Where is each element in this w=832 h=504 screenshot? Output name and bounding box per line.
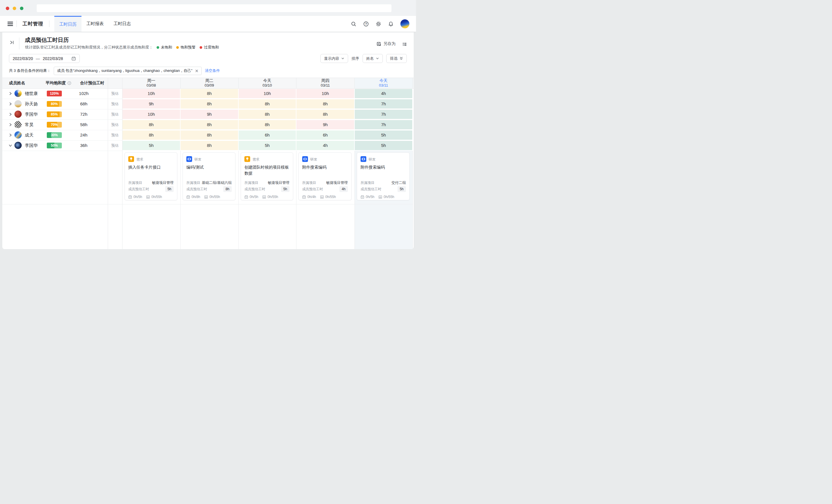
day-hours-cell[interactable]: 9h	[123, 99, 180, 109]
date-range-picker[interactable]: 2022/03/20 — 2022/03/28	[9, 54, 80, 63]
chevron-down-icon[interactable]	[9, 144, 12, 147]
avatar	[15, 131, 22, 139]
project-value: 敏捷项目管理	[268, 180, 289, 185]
day-hours-cell[interactable]: 10h	[239, 89, 296, 98]
screen: 工时管理 工时日历工时报表工时日志 ? 成员预估工时日历 统计团队登记工时及成员…	[0, 0, 416, 252]
day-hours-cell[interactable]: 9h	[181, 110, 238, 119]
total-progress: 0h/55h	[379, 195, 394, 199]
page-title: 成员预估工时日历	[25, 36, 69, 44]
member-row[interactable]: 锺世康120%102h预估	[2, 88, 122, 99]
grid-line	[2, 204, 413, 204]
question-circle-icon[interactable]: ?	[67, 81, 71, 85]
member-row[interactable]: 李国华85%72h预估	[2, 109, 122, 119]
settings-gear-icon[interactable]	[375, 21, 381, 27]
day-hours-cell[interactable]: 7h	[355, 120, 412, 129]
task-project-row: 所属项目敏捷项目管理	[244, 180, 289, 185]
grid-line	[296, 151, 296, 249]
project-label: 所属项目	[128, 180, 142, 185]
chevron-right-icon[interactable]	[9, 133, 12, 137]
day-hours-cell[interactable]: 5h	[355, 131, 412, 140]
task-card[interactable]: 研发附件搜索编码所属项目敏捷项目管理成员预估工时4h0h/4h0h/55h	[298, 152, 352, 200]
collapse-panel-icon[interactable]	[9, 40, 14, 45]
estimate-label: 成员预估工时	[302, 187, 323, 192]
task-card[interactable]: 需求创建团队时候的项目模板数据所属项目敏捷项目管理成员预估工时5h0h/5h0h…	[241, 152, 293, 200]
project-value: 基础二组/基础六组	[202, 180, 232, 185]
task-card[interactable]: 需求插入任务卡片接口所属项目敏捷项目管理成员预估工时5h0h/5h0h/55h	[125, 152, 177, 200]
day-hours-cell[interactable]: 8h	[123, 131, 180, 140]
day-hours-cell[interactable]: 9h	[296, 120, 354, 129]
day-hours-cell[interactable]: 6h	[296, 131, 354, 140]
day-hours-cell[interactable]: 8h	[123, 120, 180, 129]
day-hours-cell[interactable]: 4h	[355, 89, 412, 98]
task-card-footer: 0h/4h0h/55h	[302, 195, 336, 199]
calendar-icon	[244, 195, 248, 199]
day-hours-cell[interactable]: 4h	[296, 141, 354, 150]
day-hours-cell[interactable]: 8h	[239, 120, 296, 129]
day-hours-cell[interactable]: 5h	[123, 141, 180, 150]
task-card[interactable]: 研发附件搜索编码所属项目交付二组成员预估工时5h0h/5h0h/55h	[357, 152, 410, 200]
member-name: 锺世康	[25, 88, 38, 99]
clear-conditions-link[interactable]: 清空条件	[205, 68, 220, 73]
saturation-badge: 70%	[47, 122, 62, 128]
filter-condition-chip[interactable]: 成员 包含“zhongshikang，suntianyang，liguohua，…	[54, 67, 202, 75]
total-progress: 0h/55h	[204, 195, 220, 199]
display-content-button[interactable]: 显示内容	[320, 54, 348, 63]
chevron-right-icon[interactable]	[9, 123, 12, 127]
day-hours-cell[interactable]: 10h	[123, 89, 180, 98]
legend-item: 饱和预警	[176, 45, 196, 50]
day-hours-cell[interactable]: 8h	[181, 99, 238, 109]
day-hours-cell[interactable]: 5h	[355, 141, 412, 150]
day-hours-cell[interactable]: 7h	[355, 99, 412, 109]
day-hours-cell[interactable]: 7h	[355, 110, 412, 119]
estimate-row-label: 预估	[108, 88, 122, 99]
column-header-total: 合计预估工时	[80, 78, 104, 88]
day-hours-cell[interactable]: 10h	[296, 89, 354, 98]
chevron-right-icon[interactable]	[9, 92, 12, 95]
notifications-bell-icon[interactable]	[388, 21, 394, 27]
filter-button[interactable]: 筛选	[386, 54, 407, 63]
task-type-label: 需求	[136, 157, 143, 162]
sort-field-dropdown[interactable]: 姓名	[363, 54, 383, 63]
total-progress: 0h/55h	[320, 195, 336, 199]
estimate-label: 成员预估工时	[244, 187, 265, 192]
day-hours-cell[interactable]: 6h	[239, 131, 296, 140]
menu-icon[interactable]	[7, 22, 13, 26]
tab-工时报表[interactable]: 工时报表	[81, 16, 109, 32]
day-date: 03/08	[147, 83, 156, 87]
day-hours-cell[interactable]: 8h	[296, 99, 354, 109]
estimate-hours-pill: 8h	[223, 186, 232, 192]
member-row[interactable]: 常昊70%58h预估	[2, 119, 122, 130]
chevron-right-icon[interactable]	[9, 102, 12, 106]
task-project-row: 所属项目交付二组	[361, 180, 406, 185]
member-row[interactable]: 李国华50%36h预估	[2, 140, 122, 151]
saturation-badge: 50%	[47, 143, 62, 148]
tab-工时日历[interactable]: 工时日历	[54, 16, 81, 32]
legend-label: 饱和预警	[181, 45, 196, 50]
help-icon[interactable]: ?	[363, 21, 369, 27]
user-avatar[interactable]	[400, 19, 409, 28]
task-estimate-row: 成员预估工时5h	[361, 187, 406, 191]
bar-chart-icon	[146, 195, 150, 199]
day-hours-cell[interactable]: 10h	[123, 110, 180, 119]
save-as-button[interactable]: 另存为	[376, 41, 395, 47]
view-list-icon[interactable]	[402, 42, 407, 47]
task-card[interactable]: 研发编码/测试所属项目基础二组/基础六组成员预估工时8h0h/8h0h/55h	[183, 152, 235, 200]
day-hours-cell[interactable]: 5h	[239, 141, 296, 150]
day-hours-cell[interactable]: 8h	[239, 110, 296, 119]
day-hours-cell[interactable]: 8h	[296, 110, 354, 119]
member-total-hours: 36h	[72, 140, 96, 151]
member-total-hours: 68h	[72, 99, 96, 109]
day-hours-cell[interactable]: 8h	[181, 131, 238, 140]
day-header: 周一03/08	[122, 78, 180, 88]
remove-condition-icon[interactable]: ✕	[195, 69, 199, 73]
day-hours-cell[interactable]: 8h	[181, 89, 238, 98]
member-row[interactable]: 孙天扬80%68h预估	[2, 99, 122, 109]
search-icon[interactable]	[351, 21, 357, 27]
tab-工时日志[interactable]: 工时日志	[109, 16, 136, 32]
day-hours-cell[interactable]: 8h	[181, 120, 238, 129]
member-row[interactable]: 成天30%24h预估	[2, 130, 122, 140]
saturation-header-label: 平均饱和度	[46, 78, 66, 88]
day-hours-cell[interactable]: 8h	[181, 141, 238, 150]
chevron-right-icon[interactable]	[9, 113, 12, 116]
day-hours-cell[interactable]: 8h	[239, 99, 296, 109]
